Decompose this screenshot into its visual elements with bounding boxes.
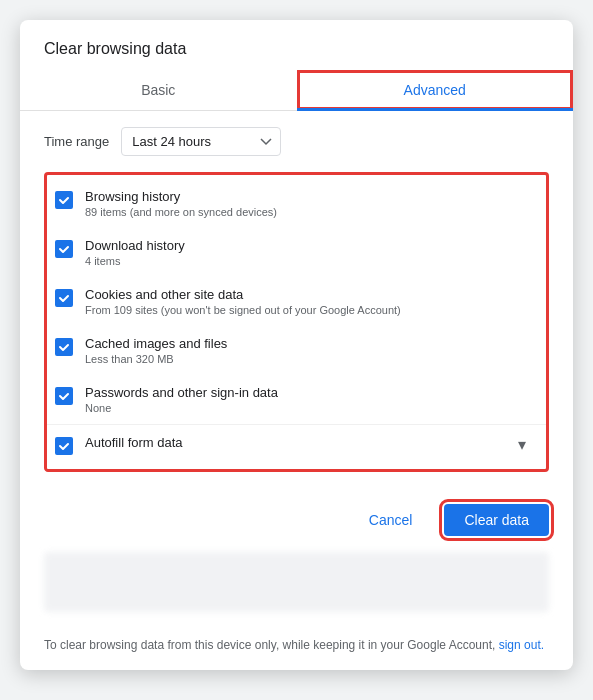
item-title: Cookies and other site data bbox=[85, 287, 526, 302]
scrollable-area: Browsing history 89 items (and more on s… bbox=[47, 179, 546, 465]
checkbox-cookies[interactable] bbox=[55, 289, 73, 307]
checkbox-download-history[interactable] bbox=[55, 240, 73, 258]
time-range-select[interactable]: Last 24 hours Last hour Last 7 days Last… bbox=[121, 127, 281, 156]
time-range-label: Time range bbox=[44, 134, 109, 149]
item-subtitle: Less than 320 MB bbox=[85, 353, 526, 365]
list-item: Cookies and other site data From 109 sit… bbox=[47, 277, 546, 326]
dialog-footer: Cancel Clear data bbox=[20, 488, 573, 552]
item-title: Browsing history bbox=[85, 189, 526, 204]
scroll-indicator-icon: ▾ bbox=[518, 435, 526, 454]
item-title: Cached images and files bbox=[85, 336, 526, 351]
item-subtitle: 89 items (and more on synced devices) bbox=[85, 206, 526, 218]
item-text-download-history: Download history 4 items bbox=[85, 238, 526, 267]
list-item: Cached images and files Less than 320 MB bbox=[47, 326, 546, 375]
list-item: Autofill form data ▾ bbox=[47, 424, 546, 465]
clear-data-button[interactable]: Clear data bbox=[444, 504, 549, 536]
list-item: Browsing history 89 items (and more on s… bbox=[47, 179, 546, 228]
cancel-button[interactable]: Cancel bbox=[349, 504, 433, 536]
item-text-autofill: Autofill form data bbox=[85, 435, 506, 450]
list-item: Download history 4 items bbox=[47, 228, 546, 277]
dialog-body: Time range Last 24 hours Last hour Last … bbox=[20, 111, 573, 488]
time-range-row: Time range Last 24 hours Last hour Last … bbox=[44, 127, 549, 156]
checkbox-autofill[interactable] bbox=[55, 437, 73, 455]
item-text-passwords: Passwords and other sign-in data None bbox=[85, 385, 526, 414]
sign-out-section: To clear browsing data from this device … bbox=[20, 620, 573, 670]
footer-text: To clear browsing data from this device … bbox=[44, 638, 495, 652]
item-subtitle: 4 items bbox=[85, 255, 526, 267]
item-text-browsing-history: Browsing history 89 items (and more on s… bbox=[85, 189, 526, 218]
item-text-cached-images: Cached images and files Less than 320 MB bbox=[85, 336, 526, 365]
checkbox-cached-images[interactable] bbox=[55, 338, 73, 356]
item-title: Passwords and other sign-in data bbox=[85, 385, 526, 400]
checkbox-passwords[interactable] bbox=[55, 387, 73, 405]
blurred-section bbox=[20, 552, 573, 620]
item-title: Download history bbox=[85, 238, 526, 253]
checkbox-browsing-history[interactable] bbox=[55, 191, 73, 209]
blur-content bbox=[44, 552, 549, 612]
sign-out-link[interactable]: sign out. bbox=[499, 638, 544, 652]
items-list: Browsing history 89 items (and more on s… bbox=[44, 172, 549, 472]
list-item: Passwords and other sign-in data None bbox=[47, 375, 546, 424]
item-title: Autofill form data bbox=[85, 435, 506, 450]
item-text-cookies: Cookies and other site data From 109 sit… bbox=[85, 287, 526, 316]
item-subtitle: None bbox=[85, 402, 526, 414]
dialog-title: Clear browsing data bbox=[20, 20, 573, 70]
item-subtitle: From 109 sites (you won't be signed out … bbox=[85, 304, 526, 316]
tabs-container: Basic Advanced bbox=[20, 70, 573, 111]
clear-browsing-data-dialog: Clear browsing data Basic Advanced Time … bbox=[20, 20, 573, 670]
tab-basic[interactable]: Basic bbox=[20, 70, 297, 110]
tab-advanced[interactable]: Advanced bbox=[297, 70, 574, 110]
